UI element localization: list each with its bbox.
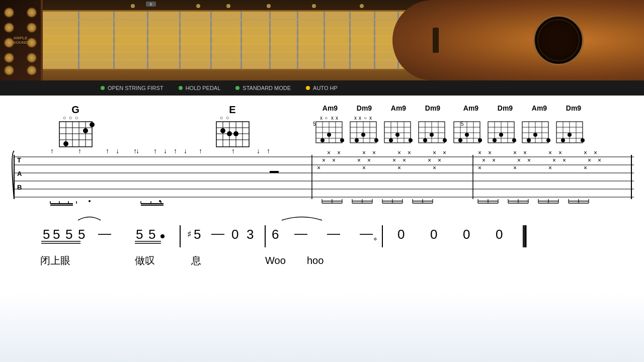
svg-text:3: 3	[247, 227, 254, 242]
controls-bar: OPEN STRING FIRST HOLD PEDAL STANDARD MO…	[0, 80, 644, 96]
string-line	[0, 44, 418, 44]
svg-text:×: ×	[548, 164, 552, 171]
svg-text:Am9: Am9	[532, 104, 547, 112]
svg-text:×: ×	[517, 157, 521, 164]
svg-text:hoo: hoo	[307, 255, 324, 266]
svg-text:×: ×	[397, 164, 401, 171]
svg-text:↓: ↓	[136, 147, 139, 155]
svg-text:×: ×	[372, 149, 376, 156]
svg-point-26	[220, 128, 225, 133]
svg-point-66	[374, 138, 378, 142]
open-string-label: OPEN STRING FIRST	[108, 85, 164, 91]
svg-text:×: ×	[403, 157, 406, 164]
svg-point-75	[395, 133, 399, 137]
svg-text:○: ○	[364, 115, 367, 121]
svg-text:↑: ↑	[50, 147, 54, 155]
svg-text:↑: ↑	[231, 147, 235, 155]
auto-hp-control: AUTO HP	[306, 85, 338, 91]
svg-point-207	[159, 200, 161, 202]
svg-text:5: 5	[78, 227, 85, 242]
svg-text:Dm9: Dm9	[357, 104, 372, 112]
open-string-control: OPEN STRING FIRST	[101, 85, 164, 91]
svg-text:E: E	[229, 104, 235, 115]
svg-text:×: ×	[562, 157, 566, 164]
bridge	[433, 28, 439, 53]
svg-text:B: B	[17, 184, 22, 191]
svg-point-84	[423, 138, 427, 142]
fretboard	[0, 10, 418, 70]
svg-text:5: 5	[461, 121, 464, 127]
fret-marker	[267, 4, 271, 8]
svg-text:↑: ↑	[199, 147, 202, 155]
svg-point-114	[527, 138, 531, 142]
svg-text:0: 0	[430, 227, 437, 242]
svg-point-14	[90, 122, 95, 127]
svg-text:×: ×	[322, 157, 326, 164]
tuning-peg	[4, 53, 14, 63]
svg-text:×: ×	[478, 149, 481, 156]
svg-point-126	[581, 138, 585, 142]
hold-pedal-label: HOLD PEDAL	[186, 85, 221, 91]
svg-text:0: 0	[463, 227, 470, 242]
auto-hp-label: AUTO HP	[313, 85, 338, 91]
svg-text:×: ×	[513, 149, 517, 156]
svg-point-115	[533, 133, 537, 137]
svg-text:○: ○	[69, 115, 72, 121]
fret-marker	[226, 4, 230, 8]
standard-mode-label: STANDARD MODE	[243, 85, 291, 91]
svg-text:5: 5	[65, 227, 72, 242]
svg-point-96	[478, 138, 482, 142]
tuning-peg	[4, 65, 14, 75]
svg-text:x: x	[331, 115, 334, 121]
svg-text:×: ×	[327, 149, 331, 156]
svg-text:Woo: Woo	[265, 255, 286, 266]
svg-text:5: 5	[43, 227, 50, 242]
nut-indicator: 0	[146, 2, 156, 7]
svg-point-64	[355, 138, 359, 142]
svg-text:↑: ↑	[106, 147, 109, 155]
svg-text:6: 6	[272, 227, 279, 242]
tuning-peg	[27, 23, 37, 33]
svg-text:A: A	[17, 170, 22, 177]
svg-point-259	[160, 234, 165, 238]
tuning-peg	[27, 65, 37, 75]
svg-text:0: 0	[496, 227, 503, 242]
svg-text:5: 5	[313, 121, 316, 127]
standard-mode-control: STANDARD MODE	[235, 85, 291, 91]
svg-point-105	[499, 133, 503, 137]
svg-point-206	[89, 200, 91, 202]
svg-text:x: x	[359, 115, 361, 121]
svg-point-85	[430, 133, 434, 137]
svg-text:做叹: 做叹	[135, 255, 155, 266]
standard-mode-dot	[235, 86, 239, 90]
svg-text:↑: ↑	[174, 147, 177, 155]
svg-point-76	[409, 138, 413, 142]
svg-text:—: —	[211, 226, 224, 241]
svg-point-13	[83, 128, 88, 133]
guitar-header: AMPLESOUND 0	[0, 0, 644, 80]
svg-text:○: ○	[220, 115, 223, 121]
svg-point-65	[361, 133, 365, 137]
sheet-svg: G ○ ○ ○ E ○ ○	[0, 96, 644, 292]
svg-text:x: x	[336, 115, 338, 121]
svg-text:×: ×	[357, 157, 361, 164]
svg-text:×: ×	[408, 149, 411, 156]
string-line	[0, 36, 418, 36]
hold-pedal-control: HOLD PEDAL	[179, 85, 221, 91]
svg-text:息: 息	[191, 255, 201, 266]
svg-text:×: ×	[513, 164, 517, 171]
svg-text:Dm9: Dm9	[566, 104, 582, 112]
svg-point-28	[233, 131, 238, 136]
svg-point-94	[458, 138, 462, 142]
tuning-peg	[4, 23, 14, 33]
svg-text:⌖: ⌖	[373, 235, 377, 243]
fret-marker	[196, 4, 200, 8]
svg-text:○: ○	[75, 115, 78, 121]
svg-text:×: ×	[527, 157, 531, 164]
svg-text:Dm9: Dm9	[425, 104, 441, 112]
svg-text:×: ×	[438, 157, 441, 164]
string-line	[0, 52, 418, 52]
svg-text:×: ×	[362, 164, 366, 171]
svg-text:↓: ↓	[257, 147, 260, 155]
svg-text:×: ×	[337, 149, 341, 156]
